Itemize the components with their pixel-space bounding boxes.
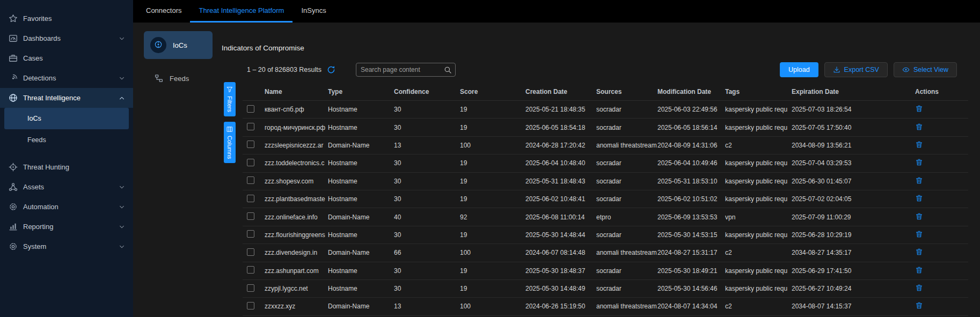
search-input[interactable] (356, 66, 444, 73)
sidebar-item-threat-hunting[interactable]: Threat Hunting (0, 157, 133, 177)
delete-icon[interactable] (915, 194, 923, 202)
row-checkbox[interactable] (247, 141, 254, 148)
cell-type: Hostname (328, 106, 394, 113)
column-header-sources[interactable]: Sources (596, 88, 657, 95)
cell-sources: socradar (596, 178, 657, 185)
cell-name[interactable]: zzz.divendesign.in (265, 249, 328, 256)
cell-name[interactable]: город-мичуринск.рф (265, 124, 328, 131)
sidebar-item-label: Detections (23, 74, 56, 82)
row-checkbox[interactable] (247, 105, 254, 113)
export-csv-button[interactable]: Export CSV (824, 62, 888, 77)
main-area: ConnectorsThreat Intelligence PlatformIn… (133, 0, 980, 317)
sidebar-item-label: Feeds (27, 136, 46, 144)
delete-icon[interactable] (915, 176, 923, 185)
select-view-button[interactable]: Select View (894, 62, 957, 77)
subnav-item-feeds[interactable]: Feeds (155, 74, 189, 83)
cell-tags: kaspersky public requ (725, 267, 792, 275)
row-checkbox[interactable] (247, 284, 254, 292)
export-csv-label: Export CSV (844, 66, 879, 73)
cell-actions (915, 284, 968, 293)
row-checkbox[interactable] (247, 248, 254, 256)
column-header-actions[interactable]: Actions (915, 88, 968, 95)
cell-actions (915, 194, 968, 204)
tab-connectors[interactable]: Connectors (137, 0, 190, 23)
table-row: zzypjl.lygcc.netHostname30192025-05-30 1… (243, 280, 968, 298)
row-checkbox[interactable] (247, 302, 254, 309)
column-header-confidence[interactable]: Confidence (394, 88, 460, 95)
row-checkbox[interactable] (247, 195, 254, 202)
sidebar-item-detections[interactable]: Detections (0, 68, 133, 88)
cell-confidence: 30 (394, 159, 460, 167)
cell-name[interactable]: zzxxzz.xyz (265, 303, 328, 310)
row-checkbox[interactable] (247, 266, 254, 274)
cell-actions (915, 141, 968, 150)
row-checkbox[interactable] (247, 230, 254, 238)
cell-expiration-date: 2025-07-05 17:50:40 (792, 124, 915, 131)
column-header-score[interactable]: Score (460, 88, 525, 95)
delete-icon[interactable] (915, 284, 923, 292)
delete-icon[interactable] (915, 141, 923, 149)
delete-icon[interactable] (915, 212, 923, 220)
columns-tab[interactable]: Columns (224, 122, 236, 163)
sidebar-item-iocs[interactable]: IoCs (4, 108, 129, 129)
sidebar-item-feeds[interactable]: Feeds (4, 129, 129, 151)
sidebar-item-reporting[interactable]: Reporting (0, 217, 133, 237)
refresh-icon[interactable] (327, 65, 335, 74)
column-header-modification-date[interactable]: Modification Date (657, 88, 725, 95)
tab-threat-intelligence-platform[interactable]: Threat Intelligence Platform (190, 0, 292, 23)
sidebar-item-dashboards[interactable]: Dashboards (0, 28, 133, 48)
cell-actions (915, 212, 968, 222)
cell-name[interactable]: zzz.flourishinggreens (265, 231, 328, 239)
column-header-type[interactable]: Type (328, 88, 394, 95)
search-icon[interactable] (444, 66, 452, 74)
cell-name[interactable]: zzzsleepisnicezzz.ar (265, 142, 328, 149)
table-row: zzz.onlineface.infoDomain-Name40922025-0… (243, 208, 968, 226)
sidebar-item-system[interactable]: System (0, 237, 133, 256)
cell-confidence: 13 (394, 303, 460, 310)
delete-icon[interactable] (915, 266, 923, 274)
column-header-name[interactable]: Name (265, 88, 328, 95)
filters-tab[interactable]: Filters (224, 82, 236, 116)
iocs-target-icon (154, 40, 163, 50)
iocs-badge (150, 37, 166, 53)
cell-name[interactable]: zzz.shopesv.com (265, 178, 328, 185)
cell-expiration-date: 2025-07-09 11:00:29 (792, 213, 915, 221)
cell-name[interactable]: квант-спб.рф (265, 106, 328, 113)
cell-actions (915, 176, 968, 186)
cell-expiration-date: 2034-08-07 14:15:37 (792, 303, 915, 310)
results-count: 1 – 20 of 826803 Results (247, 66, 321, 73)
subnav-item-iocs[interactable]: IoCs (144, 31, 213, 59)
sidebar-item-favorites[interactable]: Favorites (0, 9, 133, 28)
cell-name[interactable]: zzz.ashunpart.com (265, 267, 328, 275)
sidebar-item-label: Automation (23, 203, 58, 211)
delete-icon[interactable] (915, 105, 923, 113)
chevron-down-icon (118, 183, 126, 191)
assets-icon (9, 182, 18, 191)
cell-score: 19 (460, 231, 525, 239)
cell-name[interactable]: zzz.toddelectronics.c (265, 159, 328, 167)
chevron-down-icon (118, 35, 126, 42)
delete-icon[interactable] (915, 158, 923, 166)
column-header-tags[interactable]: Tags (725, 88, 792, 95)
delete-icon[interactable] (915, 123, 923, 131)
sidebar-item-threat-intelligence[interactable]: Threat Intelligence (0, 88, 133, 108)
chevron-down-icon (118, 75, 126, 82)
cell-creation-date: 2025-05-30 14:48:44 (525, 231, 596, 239)
cell-name[interactable]: zzypjl.lygcc.net (265, 285, 328, 292)
row-checkbox[interactable] (247, 159, 254, 166)
delete-icon[interactable] (915, 301, 923, 309)
sidebar-item-assets[interactable]: Assets (0, 177, 133, 197)
upload-button[interactable]: Upload (780, 62, 818, 77)
delete-icon[interactable] (915, 248, 923, 256)
delete-icon[interactable] (915, 230, 923, 238)
sidebar-item-automation[interactable]: Automation (0, 197, 133, 217)
cell-name[interactable]: zzz.plantbasedmaste (265, 195, 328, 203)
column-header-expiration-date[interactable]: Expiration Date (792, 88, 915, 95)
tab-insyncs[interactable]: InSyncs (292, 0, 334, 23)
row-checkbox[interactable] (247, 123, 254, 130)
cell-name[interactable]: zzz.onlineface.info (265, 213, 328, 221)
row-checkbox[interactable] (247, 176, 254, 184)
column-header-creation-date[interactable]: Creation Date (525, 88, 596, 95)
sidebar-item-cases[interactable]: Cases (0, 48, 133, 68)
row-checkbox[interactable] (247, 212, 254, 220)
